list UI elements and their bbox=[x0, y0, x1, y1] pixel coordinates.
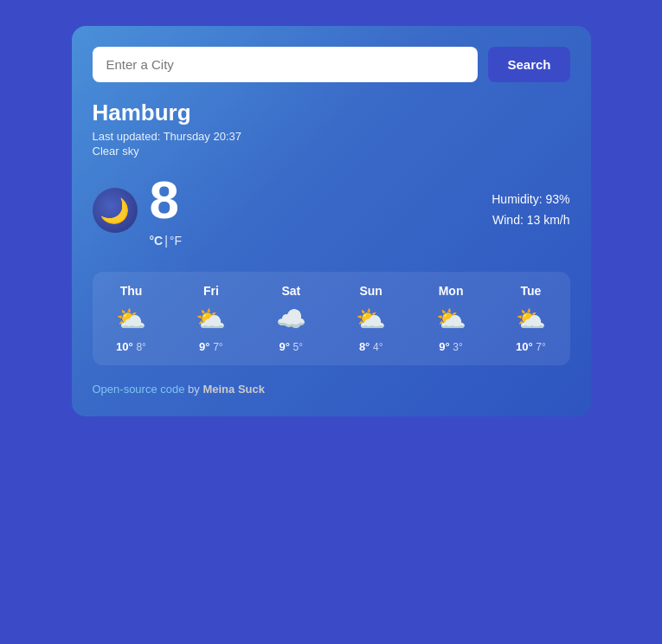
day-icon: ⛅ bbox=[436, 305, 466, 333]
day-hi: 9° bbox=[439, 340, 449, 353]
temp-value: 8 bbox=[150, 170, 179, 229]
footer-author: Meina Suck bbox=[202, 383, 265, 396]
last-updated: Last updated: Thursday 20:37 bbox=[93, 130, 570, 143]
day-hi: 9° bbox=[280, 340, 290, 353]
footer: Open-source code by Meina Suck bbox=[93, 383, 570, 396]
day-temps: 8° 4° bbox=[359, 340, 383, 353]
temperature-display: 8 °C|°F bbox=[150, 173, 183, 248]
humidity-label: Humidity: 93% bbox=[492, 190, 569, 210]
sky-condition: Clear sky bbox=[93, 145, 570, 158]
unit-fahrenheit[interactable]: °F bbox=[170, 234, 182, 248]
day-label: Fri bbox=[203, 284, 219, 298]
forecast-day: Tue ⛅ 10° 7° bbox=[500, 284, 561, 353]
weather-card: Search Hamburg Last updated: Thursday 20… bbox=[72, 26, 591, 416]
wind-label: Wind: 13 km/h bbox=[492, 210, 569, 231]
forecast-day: Sun ⛅ 8° 4° bbox=[341, 284, 402, 353]
day-lo: 7° bbox=[536, 341, 545, 353]
forecast-day: Mon ⛅ 9° 3° bbox=[421, 284, 481, 353]
forecast-row: Thu ⛅ 10° 8° Fri ⛅ 9° 7° Sat ☁️ 9° 5° Su… bbox=[93, 272, 570, 365]
search-input[interactable] bbox=[93, 47, 479, 82]
day-label: Sat bbox=[281, 284, 300, 298]
temp-section: 🌙 8 °C|°F bbox=[93, 173, 183, 248]
forecast-day: Fri ⛅ 9° 7° bbox=[181, 284, 241, 353]
day-temps: 9° 3° bbox=[439, 340, 463, 353]
unit-celsius[interactable]: °C bbox=[150, 234, 164, 248]
day-hi: 10° bbox=[116, 340, 133, 353]
day-lo: 4° bbox=[373, 341, 382, 353]
day-label: Sun bbox=[359, 284, 382, 298]
day-temps: 9° 7° bbox=[199, 340, 223, 353]
day-lo: 5° bbox=[293, 341, 303, 353]
day-temps: 10° 7° bbox=[516, 340, 546, 353]
day-lo: 3° bbox=[453, 341, 462, 353]
day-icon: ⛅ bbox=[516, 305, 546, 333]
open-source-link[interactable]: Open-source code bbox=[93, 383, 185, 396]
day-temps: 9° 5° bbox=[280, 340, 304, 353]
day-temps: 10° 8° bbox=[116, 340, 146, 353]
footer-by: by bbox=[184, 383, 202, 396]
search-row: Search bbox=[93, 47, 570, 82]
current-weather-icon: 🌙 bbox=[93, 188, 138, 233]
day-hi: 9° bbox=[199, 340, 209, 353]
day-label: Tue bbox=[521, 284, 542, 298]
day-lo: 7° bbox=[213, 341, 222, 353]
day-lo: 8° bbox=[136, 341, 145, 353]
day-icon: ⛅ bbox=[116, 305, 146, 333]
search-button[interactable]: Search bbox=[488, 47, 569, 82]
forecast-day: Thu ⛅ 10° 8° bbox=[101, 284, 162, 353]
day-label: Mon bbox=[439, 284, 464, 298]
day-label: Thu bbox=[120, 284, 143, 298]
temp-units: °C|°F bbox=[150, 234, 183, 248]
day-hi: 10° bbox=[516, 340, 533, 353]
city-name: Hamburg bbox=[93, 100, 570, 126]
day-icon: ☁️ bbox=[276, 305, 306, 333]
weather-details: Humidity: 93% Wind: 13 km/h bbox=[492, 190, 569, 231]
day-hi: 8° bbox=[359, 340, 370, 353]
day-icon: ⛅ bbox=[356, 305, 386, 333]
day-icon: ⛅ bbox=[196, 305, 226, 333]
forecast-day: Sat ☁️ 9° 5° bbox=[260, 284, 321, 353]
current-weather: 🌙 8 °C|°F Humidity: 93% Wind: 13 km/h bbox=[93, 173, 570, 248]
